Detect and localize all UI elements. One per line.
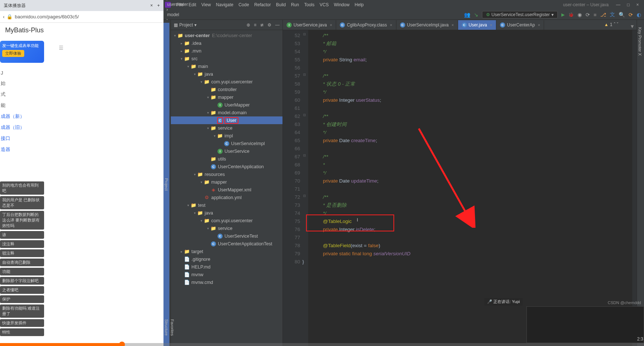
close-tab-icon[interactable]: × [390, 23, 392, 27]
translate-icon[interactable]: 文 [610, 11, 615, 18]
new-tab-icon[interactable]: + [157, 3, 160, 8]
editor-tab[interactable]: IUserService.java× [283, 20, 336, 30]
tree-item[interactable]: ▾📁model.domain [171, 109, 283, 116]
editor-tab[interactable]: CCglibAopProxy.class× [336, 20, 396, 30]
tree-item[interactable]: 📁controller [171, 86, 283, 93]
menu-run[interactable]: Run [291, 2, 299, 7]
menu-code[interactable]: Code [238, 2, 249, 7]
tree-item[interactable]: ▾📁service [171, 224, 283, 232]
gear-icon[interactable]: ⚙ [267, 22, 271, 28]
tree-item[interactable]: 📄HELP.md [171, 263, 283, 271]
doc-nav-item[interactable]: 成器（旧） [0, 122, 163, 133]
favorites-tab[interactable]: Favorites [169, 316, 175, 339]
structure-tab[interactable]: Structure [163, 316, 169, 339]
progress-thumb[interactable] [119, 342, 125, 346]
doc-nav-item[interactable]: 能 [0, 100, 163, 111]
tree-item[interactable]: ▾📁src [171, 55, 283, 62]
tree-item[interactable]: ▾📁mapper [171, 178, 283, 186]
tree-item[interactable]: ▸📁.idea [171, 39, 283, 47]
tree-item[interactable]: ▾📁resources [171, 170, 283, 178]
menu-tools[interactable]: Tools [304, 2, 314, 7]
hide-icon[interactable]: — [275, 22, 280, 28]
debug-icon[interactable]: 🐞 [568, 12, 574, 17]
run-config-dropdown[interactable]: ⚙ UserServiceTest.userRegister ▾ [482, 11, 558, 18]
tree-item[interactable]: IUserService [171, 147, 283, 155]
tree-item[interactable]: ▾📁test [171, 201, 283, 209]
doc-nav-item[interactable]: 始 [0, 78, 163, 89]
tree-item[interactable]: ▾📁java [171, 70, 283, 78]
tree-item[interactable]: CUserCenterApplication [171, 163, 283, 170]
chevron-down-icon[interactable]: ▾ [628, 23, 637, 30]
close-window-icon[interactable]: × [636, 2, 639, 7]
tree-item[interactable]: ⚙application.yml [171, 194, 283, 201]
hamburger-icon[interactable]: ☰ [59, 45, 64, 51]
doc-nav-item[interactable]: 造器 [0, 144, 163, 155]
expand-icon[interactable]: ≡ [254, 22, 256, 28]
tree-item[interactable]: ▾📁main [171, 62, 283, 70]
doc-nav-item[interactable]: 接口 [0, 133, 163, 144]
inspection-badge[interactable]: ▲ 1 ˆ ˇ [604, 22, 618, 27]
video-progress-bar[interactable] [0, 343, 644, 346]
coverage-icon[interactable]: ◉ [578, 12, 582, 18]
key-promoter-tab[interactable]: Key Promoter X [637, 24, 643, 346]
tree-item[interactable]: 📄mvnw [171, 271, 283, 278]
chevron-down-icon[interactable]: ▾ [194, 22, 197, 28]
doc-nav-item[interactable]: 式 [0, 89, 163, 100]
close-icon[interactable]: × [150, 3, 153, 8]
profile-icon[interactable]: ⟳ [586, 12, 590, 18]
tree-item[interactable]: ▸📁.mvn [171, 47, 283, 55]
hammer-icon[interactable]: ↘ [474, 12, 478, 18]
close-tab-icon[interactable]: × [451, 23, 454, 27]
menu-help[interactable]: Help [355, 2, 364, 7]
promo-banner[interactable]: 发一键生成表单功能 立即体验 [0, 41, 44, 63]
search-icon[interactable]: 🔍 [619, 12, 625, 18]
menu-refactor[interactable]: Refactor [254, 2, 271, 7]
menu-window[interactable]: Window [334, 2, 350, 7]
doc-nav-item[interactable]: 成器（新） [0, 111, 163, 122]
fold-gutter[interactable]: ⊟ ⊟ ⊟ ⊟ ⊟ [303, 30, 308, 346]
menu-navigate[interactable]: Navigate [216, 2, 233, 7]
doc-nav-item[interactable]: J [0, 68, 163, 78]
menu-build[interactable]: Build [276, 2, 286, 7]
close-tab-icon[interactable]: × [330, 23, 332, 27]
tree-item[interactable]: ▾📁user-centerE:\code\user-center [171, 32, 283, 39]
close-tab-icon[interactable]: × [490, 23, 492, 27]
tree-item[interactable]: ▾📁mapper [171, 93, 283, 101]
browser-tab[interactable]: 某体播放器 × + [0, 0, 163, 11]
run-icon[interactable]: ▶ [561, 12, 565, 17]
next-highlight-icon[interactable]: ˇ [617, 22, 618, 27]
tree-item[interactable]: 📄.gitignore [171, 255, 283, 263]
tree-item[interactable]: ▾📁service [171, 124, 283, 132]
tree-item[interactable]: CUserServiceImpl [171, 140, 283, 147]
stop-icon[interactable]: ■ [594, 12, 597, 18]
scrollbar[interactable] [632, 30, 637, 346]
url-bar[interactable]: ‹ 🔒 baomidou.com/pages/6b03c5/ [0, 11, 163, 23]
editor-tab[interactable]: CUser.java× [458, 20, 496, 30]
tree-item[interactable]: ▾📁com.yupi.usercenter [171, 78, 283, 86]
tree-item[interactable]: CUserServiceTest [171, 232, 283, 240]
tree-item-user[interactable]: CUser [171, 116, 283, 124]
menu-view[interactable]: View [201, 2, 211, 7]
project-tool-tab[interactable]: Project [163, 23, 169, 346]
users-icon[interactable]: 👥 [464, 12, 470, 18]
target-icon[interactable]: ⊕ [247, 22, 250, 28]
tree-item[interactable]: IUserMapper [171, 101, 283, 109]
minimize-icon[interactable]: — [616, 2, 620, 7]
editor-tab[interactable]: CUserServiceImpl.java× [396, 20, 458, 30]
project-tree[interactable]: ▾📁user-centerE:\code\user-center▸📁.idea▸… [171, 30, 283, 346]
update-icon[interactable]: ⟳ [629, 12, 633, 18]
menu-vcs[interactable]: VCS [320, 2, 329, 7]
tree-item[interactable]: ◈UserMapper.xml [171, 186, 283, 194]
tree-item[interactable]: ▾📁com.yupi.usercenter [171, 217, 283, 224]
editor-tab[interactable]: CUserCenterAp× [496, 20, 544, 30]
back-icon[interactable]: ‹ [3, 14, 4, 19]
tree-item[interactable]: ▾📁java [171, 209, 283, 217]
tree-item[interactable]: 📄mvnw.cmd [171, 278, 283, 286]
tree-item[interactable]: 📁utils [171, 155, 283, 163]
tree-item[interactable]: ▸📁target [171, 248, 283, 255]
maximize-icon[interactable]: □ [627, 2, 630, 7]
breadcrumb[interactable]: usercenter [167, 2, 189, 7]
code-editor[interactable]: 5253545556575859606162636465666768697071… [283, 30, 637, 346]
tree-item[interactable]: CUserCenterApplicationTest [171, 240, 283, 248]
prev-highlight-icon[interactable]: ˆ [614, 22, 615, 27]
